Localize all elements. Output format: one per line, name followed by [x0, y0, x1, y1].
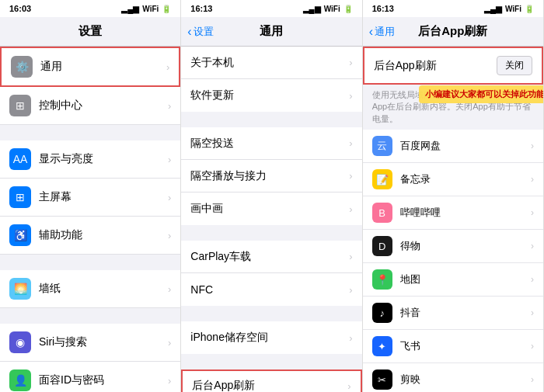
back-button-2[interactable]: ‹ 设置	[187, 25, 213, 39]
settings-item-accessibility[interactable]: ♿辅助功能›	[0, 217, 180, 255]
item-label-siri: Siri与搜索	[39, 335, 168, 349]
general-item-0-1[interactable]: 软件更新›	[181, 79, 361, 112]
general-item-1-0[interactable]: 隔空投送›	[181, 127, 361, 160]
app-icon-2: B	[372, 203, 392, 223]
chevron-icon-wallpaper: ›	[168, 283, 171, 295]
general-item-1-2[interactable]: 画中画›	[181, 193, 361, 225]
status-icons-3: ▂▄▆ WiFi 🔋	[484, 5, 534, 13]
chevron-icon-general-1-1: ›	[349, 170, 352, 182]
app-icon-5: ♪	[372, 303, 392, 323]
toggle-label: 后台App刷新	[374, 59, 437, 73]
app-list[interactable]: 云百度网盘›📝备忘录›B哔哩哔哩›D得物›📍地图›♪抖音›✦飞书›✂剪映›警交管…	[363, 130, 543, 392]
item-icon-homescreen: ⊞	[9, 186, 31, 208]
general-label-3-0: iPhone储存空间	[190, 331, 349, 345]
general-item-0-0[interactable]: 关于本机›	[181, 47, 361, 79]
chevron-icon-app-5: ›	[531, 307, 534, 318]
settings-list-2[interactable]: 关于本机›软件更新›隔空投送›隔空播放与接力›画中画›CarPlay车载›NFC…	[181, 47, 361, 392]
item-label-faceid: 面容ID与密码	[39, 373, 168, 387]
chevron-icon-general-3-0: ›	[349, 332, 352, 344]
app-item-1[interactable]: 📝备忘录›	[363, 163, 543, 196]
item-label-homescreen: 主屏幕	[39, 190, 168, 204]
app-icon-0: 云	[372, 136, 392, 156]
background-refresh-toggle-row: 后台App刷新 关闭	[363, 47, 543, 85]
nav-bar-3: ‹ 通用 后台App刷新	[363, 17, 543, 47]
general-item-2-0[interactable]: CarPlay车载›	[181, 241, 361, 273]
chevron-icon-general-0-0: ›	[349, 57, 352, 68]
time-3: 16:13	[372, 4, 394, 13]
app-name-3: 得物	[400, 239, 531, 253]
status-icons-2: ▂▄▆ WiFi 🔋	[303, 5, 353, 13]
status-bar-3: 16:13 ▂▄▆ WiFi 🔋	[363, 0, 543, 17]
chevron-icon-accessibility: ›	[168, 230, 171, 241]
chevron-icon-general-2-1: ›	[349, 284, 352, 296]
settings-item-faceid[interactable]: 👤面容ID与密码›	[0, 362, 180, 392]
section-spacer	[0, 255, 180, 270]
general-item-3-0[interactable]: iPhone储存空间›	[181, 321, 361, 354]
general-label-1-1: 隔空播放与接力	[190, 169, 349, 183]
item-icon-general: ⚙️	[11, 56, 33, 78]
panel1-title: 设置	[78, 24, 102, 39]
app-item-4[interactable]: 📍地图›	[363, 263, 543, 297]
general-label-0-1: 软件更新	[190, 88, 349, 102]
settings-item-homescreen[interactable]: ⊞主屏幕›	[0, 179, 180, 217]
app-name-7: 剪映	[400, 373, 531, 387]
settings-item-siri[interactable]: ◉Siri与搜索›	[0, 324, 180, 362]
chevron-icon-general-2-0: ›	[349, 251, 352, 262]
section-0: 关于本机›软件更新›	[181, 47, 361, 112]
panel-background-refresh: 16:13 ▂▄▆ WiFi 🔋 ‹ 通用 后台App刷新 小编建议大家都可以关…	[363, 0, 544, 392]
item-icon-display: AA	[9, 148, 31, 170]
section-spacer	[0, 125, 180, 140]
app-item-2[interactable]: B哔哩哔哩›	[363, 196, 543, 230]
chevron-icon-general-1-2: ›	[349, 203, 352, 215]
section-3: iPhone储存空间›	[181, 321, 361, 354]
item-icon-accessibility: ♿	[9, 224, 31, 246]
chevron-icon-app-4: ›	[531, 274, 534, 285]
settings-item-display[interactable]: AA显示与亮度›	[0, 140, 180, 179]
app-item-7[interactable]: ✂剪映›	[363, 363, 543, 392]
general-label-1-0: 隔空投送	[190, 137, 349, 151]
app-name-0: 百度网盘	[400, 139, 531, 153]
item-icon-wallpaper: 🌅	[9, 278, 31, 300]
general-item-2-1[interactable]: NFC›	[181, 273, 361, 306]
time-2: 16:13	[190, 4, 212, 13]
general-label-0-0: 关于本机	[190, 56, 349, 70]
panel-settings: 16:03 ▂▄▆ WiFi 🔋 设置 ⚙️通用›⊞控制中心›AA显示与亮度›⊞…	[0, 0, 181, 392]
settings-item-general[interactable]: ⚙️通用›	[0, 47, 180, 87]
settings-list-1[interactable]: ⚙️通用›⊞控制中心›AA显示与亮度›⊞主屏幕›♿辅助功能›🌅墙纸›◉Siri与…	[0, 47, 180, 392]
app-name-4: 地图	[400, 272, 531, 286]
item-label-accessibility: 辅助功能	[39, 228, 168, 242]
chevron-icon-general-4-0: ›	[347, 380, 350, 392]
nav-bar-1: 设置	[0, 17, 180, 47]
settings-item-wallpaper[interactable]: 🌅墙纸›	[0, 270, 180, 308]
general-item-4-0[interactable]: 后台App刷新›	[181, 369, 361, 392]
app-name-6: 飞书	[400, 339, 531, 353]
app-item-6[interactable]: ✦飞书›	[363, 330, 543, 363]
status-icons-1: ▂▄▆ WiFi 🔋	[121, 5, 171, 13]
app-item-5[interactable]: ♪抖音›	[363, 297, 543, 330]
chevron-icon-app-7: ›	[531, 374, 534, 385]
toggle-off-button[interactable]: 关闭	[497, 56, 532, 75]
item-label-general: 通用	[40, 60, 166, 74]
back-label-3: 通用	[375, 25, 395, 39]
chevron-icon-siri: ›	[168, 337, 171, 349]
panel3-title: 后台App刷新	[418, 24, 487, 39]
app-item-0[interactable]: 云百度网盘›	[363, 130, 543, 163]
app-icon-1: 📝	[372, 169, 392, 189]
app-icon-3: D	[372, 236, 392, 256]
panel2-title: 通用	[260, 24, 283, 39]
section-1: 隔空投送›隔空播放与接力›画中画›	[181, 127, 361, 225]
chevron-icon-faceid: ›	[168, 375, 171, 387]
back-button-3[interactable]: ‹ 通用	[369, 25, 395, 39]
time-1: 16:03	[9, 4, 31, 13]
status-bar-1: 16:03 ▂▄▆ WiFi 🔋	[0, 0, 180, 17]
chevron-icon-homescreen: ›	[168, 192, 171, 203]
app-name-1: 备忘录	[400, 172, 531, 186]
chevron-icon-app-6: ›	[531, 341, 534, 352]
chevron-icon-general: ›	[166, 61, 169, 73]
general-item-1-1[interactable]: 隔空播放与接力›	[181, 160, 361, 193]
app-item-3[interactable]: D得物›	[363, 230, 543, 263]
back-label-2: 设置	[194, 25, 214, 39]
settings-item-control[interactable]: ⊞控制中心›	[0, 87, 180, 125]
item-label-display: 显示与亮度	[39, 152, 168, 166]
item-label-control: 控制中心	[39, 99, 168, 113]
